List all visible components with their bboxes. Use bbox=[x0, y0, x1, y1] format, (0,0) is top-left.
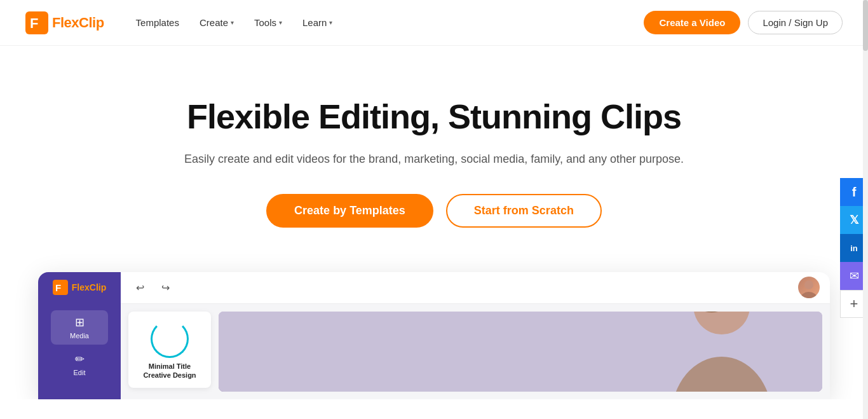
video-person-svg bbox=[219, 312, 822, 392]
linkedin-icon: in bbox=[850, 244, 858, 253]
app-preview-inner: F FlexClip ⊞ Media ✏ Edit ↩ ↪ bbox=[38, 272, 830, 399]
app-logo-icon: F bbox=[53, 280, 68, 295]
email-icon: ✉ bbox=[850, 269, 859, 283]
navbar-right: Create a Video Login / Sign Up bbox=[644, 11, 843, 34]
nav-links: Templates Create ▾ Tools ▾ Learn ▾ bbox=[127, 12, 342, 33]
app-sidebar-edit-label: Edit bbox=[74, 369, 86, 376]
template-card[interactable]: Minimal Title Creative Design bbox=[128, 312, 211, 388]
hero-buttons: Create by Templates Start from Scratch bbox=[173, 194, 695, 228]
login-signup-button[interactable]: Login / Sign Up bbox=[748, 11, 843, 34]
scrollbar-thumb[interactable] bbox=[863, 0, 868, 51]
svg-point-4 bbox=[804, 280, 813, 289]
nav-tools[interactable]: Tools ▾ bbox=[245, 12, 291, 33]
create-video-button[interactable]: Create a Video bbox=[644, 11, 740, 34]
scrollbar-track[interactable] bbox=[863, 0, 868, 399]
chevron-down-icon: ▾ bbox=[231, 19, 234, 26]
svg-text:F: F bbox=[30, 15, 38, 31]
twitter-icon: 𝕏 bbox=[850, 213, 859, 227]
plus-icon: + bbox=[850, 296, 858, 312]
video-person bbox=[219, 312, 822, 392]
nav-learn[interactable]: Learn ▾ bbox=[294, 12, 341, 33]
edit-icon: ✏ bbox=[75, 352, 85, 366]
app-logo-row: F FlexClip bbox=[53, 280, 106, 295]
logo-text: FlexClip bbox=[52, 15, 104, 31]
svg-text:F: F bbox=[55, 282, 61, 293]
hero-title: Flexible Editing, Stunning Clips bbox=[173, 97, 695, 136]
avatar bbox=[798, 277, 820, 298]
app-sidebar-media[interactable]: ⊞ Media bbox=[51, 310, 108, 345]
app-sidebar: F FlexClip ⊞ Media ✏ Edit bbox=[38, 272, 121, 399]
app-preview: F FlexClip ⊞ Media ✏ Edit ↩ ↪ bbox=[38, 272, 830, 399]
app-content: Minimal Title Creative Design bbox=[121, 304, 830, 399]
start-from-scratch-button[interactable]: Start from Scratch bbox=[446, 194, 602, 228]
app-topbar: ↩ ↪ bbox=[121, 272, 830, 304]
media-icon: ⊞ bbox=[75, 315, 85, 329]
svg-point-5 bbox=[801, 292, 817, 298]
hero-section: Flexible Editing, Stunning Clips Easily … bbox=[148, 46, 720, 259]
facebook-icon: f bbox=[852, 185, 857, 200]
template-circle-decoration bbox=[151, 320, 189, 358]
undo-button[interactable]: ↩ bbox=[131, 278, 149, 296]
nav-templates[interactable]: Templates bbox=[127, 12, 188, 33]
app-main: ↩ ↪ Minimal Title Creative Design bbox=[121, 272, 830, 399]
app-sidebar-edit[interactable]: ✏ Edit bbox=[51, 347, 108, 381]
navbar-left: F FlexClip Templates Create ▾ Tools ▾ Le… bbox=[25, 11, 341, 34]
hero-subtitle: Easily create and edit videos for the br… bbox=[173, 150, 695, 168]
chevron-down-icon: ▾ bbox=[329, 19, 332, 26]
template-card-title: Minimal Title Creative Design bbox=[135, 362, 205, 380]
app-sidebar-media-label: Media bbox=[70, 332, 89, 340]
redo-button[interactable]: ↪ bbox=[156, 278, 174, 296]
avatar-image bbox=[798, 277, 820, 298]
navbar: F FlexClip Templates Create ▾ Tools ▾ Le… bbox=[0, 0, 868, 46]
app-logo-text: FlexClip bbox=[72, 282, 106, 292]
nav-create[interactable]: Create ▾ bbox=[191, 12, 243, 33]
create-by-templates-button[interactable]: Create by Templates bbox=[266, 194, 433, 228]
logo[interactable]: F FlexClip bbox=[25, 11, 104, 34]
chevron-down-icon: ▾ bbox=[279, 19, 282, 26]
flexclip-logo-icon: F bbox=[25, 11, 48, 34]
app-video-area bbox=[219, 312, 822, 392]
